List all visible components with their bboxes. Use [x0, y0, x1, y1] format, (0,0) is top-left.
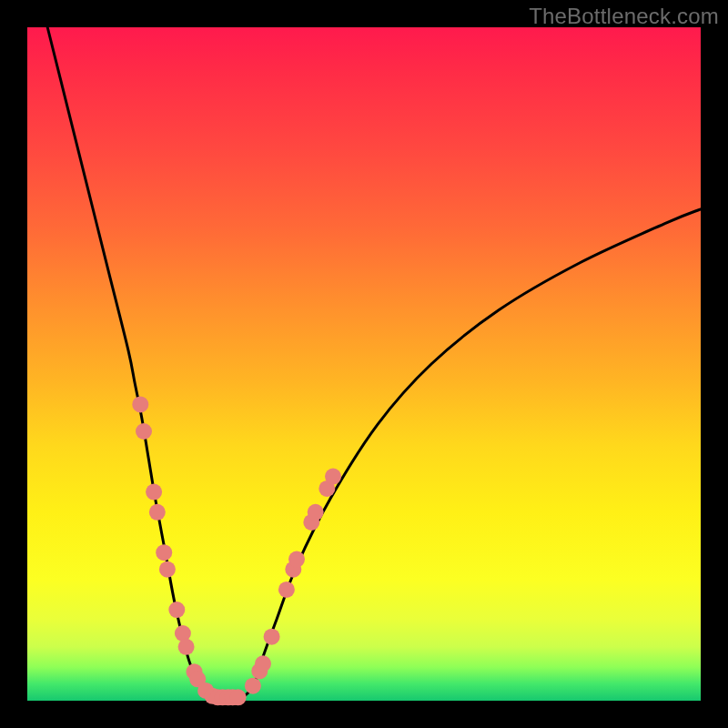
data-point — [264, 629, 280, 645]
data-point — [168, 602, 185, 618]
data-point — [149, 504, 166, 521]
data-point — [288, 551, 305, 568]
data-point — [132, 396, 148, 412]
chart-frame: TheBottleneck.com — [0, 0, 728, 728]
marker-group — [132, 396, 341, 705]
data-point — [255, 655, 271, 672]
data-point — [325, 469, 341, 485]
data-point — [156, 544, 172, 561]
data-point — [230, 689, 247, 705]
data-point — [159, 561, 176, 578]
data-point — [146, 484, 162, 500]
bottleneck-curve — [27, 27, 701, 701]
data-point — [245, 678, 261, 694]
data-point — [278, 581, 295, 598]
curve-path — [47, 27, 701, 698]
data-point — [308, 504, 324, 521]
plot-area — [27, 27, 701, 701]
data-point — [136, 423, 152, 440]
data-point — [178, 639, 195, 655]
watermark-text: TheBottleneck.com — [529, 4, 719, 29]
